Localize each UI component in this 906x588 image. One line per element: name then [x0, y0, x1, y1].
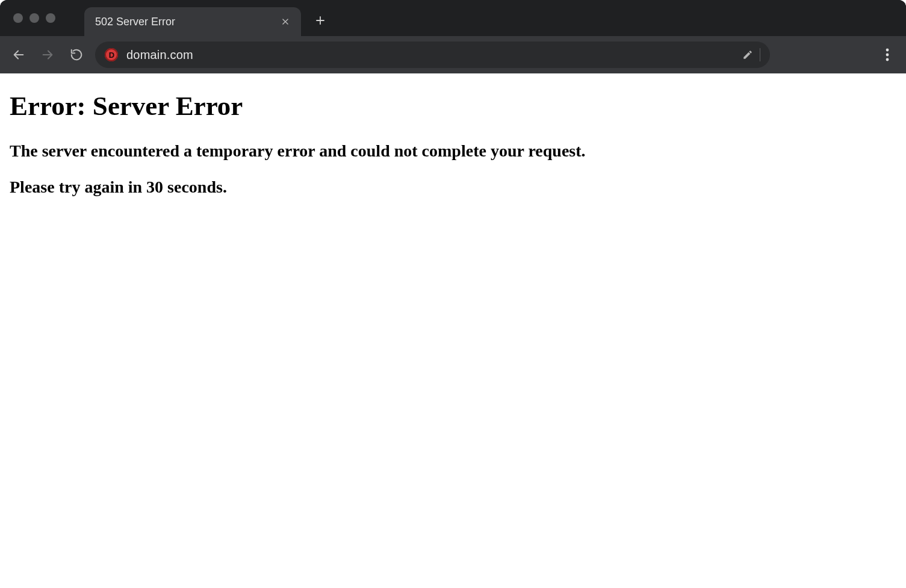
close-tab-button[interactable] — [281, 17, 290, 26]
address-bar[interactable]: D domain.com — [95, 42, 770, 68]
svg-point-8 — [886, 58, 889, 61]
edit-url-icon[interactable] — [742, 49, 754, 61]
window-controls — [13, 13, 55, 23]
address-bar-actions — [742, 48, 760, 61]
error-message-line-2: Please try again in 30 seconds. — [10, 176, 896, 199]
new-tab-button[interactable] — [309, 10, 331, 31]
reload-button[interactable] — [66, 45, 87, 65]
toolbar: D domain.com — [0, 36, 906, 73]
page-content: Error: Server Error The server encounter… — [0, 73, 906, 588]
address-bar-divider — [760, 48, 760, 61]
browser-menu-button[interactable] — [877, 45, 898, 65]
address-bar-url: domain.com — [126, 48, 733, 62]
browser-tab-active[interactable]: 502 Server Error — [84, 7, 301, 36]
error-heading: Error: Server Error — [10, 90, 896, 122]
browser-chrome: 502 Server Error — [0, 0, 906, 73]
forward-button[interactable] — [37, 45, 58, 65]
window-minimize-dot[interactable] — [29, 13, 39, 23]
back-button[interactable] — [8, 45, 29, 65]
window-maximize-dot[interactable] — [46, 13, 55, 23]
tab-strip: 502 Server Error — [0, 0, 906, 36]
window-close-dot[interactable] — [13, 13, 23, 23]
error-message-line-1: The server encountered a temporary error… — [10, 140, 896, 162]
svg-point-7 — [886, 54, 889, 57]
svg-point-6 — [886, 49, 889, 52]
site-favicon-icon: D — [105, 48, 118, 61]
tab-title: 502 Server Error — [95, 16, 272, 28]
browser-window: 502 Server Error — [0, 0, 906, 588]
